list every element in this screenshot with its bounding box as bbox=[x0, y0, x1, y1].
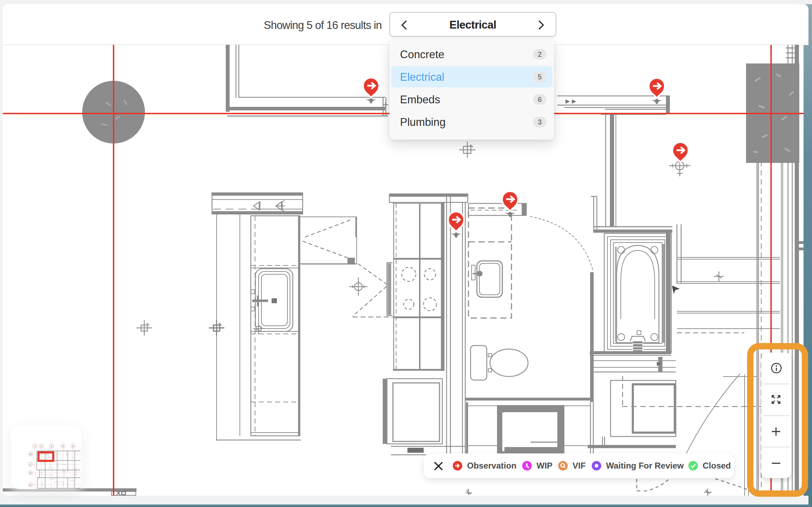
svg-text:D: D bbox=[30, 471, 32, 475]
svg-text:1: 1 bbox=[34, 445, 36, 448]
svg-text:3: 3 bbox=[51, 445, 53, 448]
svg-text:E: E bbox=[30, 483, 31, 487]
svg-text:5: 5 bbox=[62, 445, 64, 448]
svg-text:2: 2 bbox=[41, 445, 42, 448]
svg-text:C: C bbox=[30, 463, 32, 466]
svg-text:B: B bbox=[30, 453, 31, 456]
svg-text:6: 6 bbox=[72, 445, 74, 448]
